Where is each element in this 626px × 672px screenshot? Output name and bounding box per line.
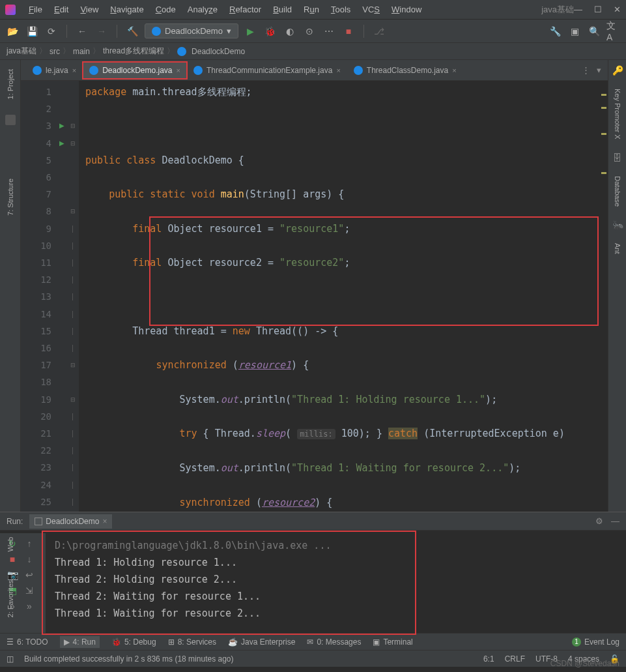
chevron-down-icon[interactable]: ▾: [597, 65, 601, 75]
wrap-icon[interactable]: ↩: [23, 569, 35, 581]
close-button[interactable]: ✕: [614, 5, 621, 14]
profile-button[interactable]: ⊙: [302, 24, 317, 38]
run-label: Run:: [7, 517, 23, 526]
line-separator[interactable]: CRLF: [505, 654, 525, 664]
breadcrumb-item[interactable]: main: [73, 47, 90, 56]
project-tool-button[interactable]: 1: Project: [7, 65, 14, 103]
menu-navigate[interactable]: Navigate: [105, 3, 149, 16]
ant-button[interactable]: Ant: [614, 239, 621, 258]
dropdown-icon[interactable]: ⋮: [582, 65, 590, 75]
database-icon[interactable]: 🗄: [612, 153, 623, 163]
up-icon[interactable]: ↑: [23, 538, 35, 549]
java-enterprise-button[interactable]: ☕ Java Enterprise: [228, 637, 295, 647]
tab-label: ThreadCommunicationExample.java: [206, 66, 332, 75]
menu-code[interactable]: Code: [150, 3, 181, 16]
todo-button[interactable]: ☰ 6: TODO: [7, 637, 48, 647]
run-config-selector[interactable]: DeadlockDemo ▾: [145, 23, 238, 38]
key-icon[interactable]: 🔑: [612, 65, 623, 76]
wrench-icon[interactable]: 🔧: [548, 24, 562, 38]
stop-button[interactable]: ■: [341, 24, 356, 38]
maximize-button[interactable]: ☐: [594, 5, 602, 14]
run-side-toolbar: Web ↻↑ ■↓ 📷↩ ⬒⇲ »» 2: Favorites: [0, 533, 46, 633]
java-icon: [177, 47, 186, 56]
chevron-down-icon: ▾: [227, 26, 231, 36]
run-panel-header: Run: DeadlockDemo × ⚙ —: [0, 512, 626, 531]
app-logo-icon: [5, 5, 16, 15]
save-button[interactable]: 💾: [25, 24, 39, 38]
tool-window-bar: ☰ 6: TODO ▶ 4: Run 🐞 5: Debug ⊞ 8: Servi…: [0, 633, 626, 650]
open-button[interactable]: 📂: [5, 24, 20, 38]
run-button[interactable]: ▶ 4: Run: [60, 636, 100, 648]
database-button[interactable]: Database: [614, 172, 621, 211]
window-icon[interactable]: ◫: [7, 654, 14, 664]
caret-position[interactable]: 6:1: [483, 654, 494, 664]
translate-icon[interactable]: 文A: [606, 24, 621, 38]
editor-tab-active[interactable]: DeadlockDemo.java ×: [83, 62, 187, 79]
structure-tool-button[interactable]: 7: Structure: [7, 175, 14, 220]
menu-run[interactable]: Run: [298, 3, 324, 16]
build-button[interactable]: 🔨: [125, 24, 139, 38]
close-icon[interactable]: ×: [102, 517, 107, 526]
minimize-button[interactable]: —: [574, 5, 582, 14]
java-icon: [354, 66, 363, 75]
java-icon: [89, 66, 98, 75]
key-promoter-button[interactable]: Key Promoter X: [614, 85, 621, 143]
menu-build[interactable]: Build: [268, 3, 297, 16]
folder-icon[interactable]: ▣: [567, 24, 582, 38]
menu-tools[interactable]: Tools: [326, 3, 356, 16]
menu-vcs[interactable]: VCS: [357, 3, 385, 16]
vcs-button[interactable]: ⎇: [372, 24, 386, 38]
more-icon[interactable]: »: [23, 600, 35, 612]
ant-icon[interactable]: 🐜: [612, 220, 623, 230]
gear-icon[interactable]: ⚙: [595, 516, 603, 526]
scroll-marker-strip[interactable]: [600, 81, 608, 512]
run-output[interactable]: D:\programinglanguage\jdk1.8.0\bin\java.…: [46, 533, 626, 633]
breadcrumb-item[interactable]: thread多线程编程: [103, 46, 164, 57]
editor-tab[interactable]: ThreadCommunicationExample.java ×: [187, 62, 347, 79]
services-button[interactable]: ⊞ 8: Services: [168, 637, 216, 647]
menu-window[interactable]: Window: [386, 3, 427, 16]
close-icon[interactable]: ×: [336, 66, 340, 74]
attach-button[interactable]: ⋯: [322, 24, 336, 38]
forward-button[interactable]: →: [94, 24, 109, 38]
status-bar: ◫ Build completed successfully in 2 s 83…: [0, 650, 626, 667]
event-log-button[interactable]: 1 Event Log: [572, 637, 619, 647]
run-button[interactable]: ▶: [244, 24, 258, 38]
java-icon: [33, 66, 42, 75]
menu-view[interactable]: View: [75, 3, 104, 16]
minimize-icon[interactable]: —: [611, 516, 619, 526]
search-icon[interactable]: 🔍: [587, 24, 601, 38]
tab-label: DeadlockDemo.java: [102, 66, 172, 75]
close-icon[interactable]: ×: [452, 66, 456, 74]
coverage-button[interactable]: ◐: [283, 24, 297, 38]
output-line: Thread 2: Waiting for resource 1...: [55, 588, 617, 605]
run-tab[interactable]: DeadlockDemo ×: [29, 514, 112, 529]
tab-label: le.java: [46, 66, 68, 75]
menu-refactor[interactable]: Refactor: [224, 3, 266, 16]
code-content[interactable]: package main.thread多线程编程; public class D…: [79, 81, 608, 512]
back-button[interactable]: ←: [75, 24, 89, 38]
debug-button[interactable]: 🐞: [263, 24, 277, 38]
export-icon[interactable]: ⇲: [23, 585, 35, 596]
down-icon[interactable]: ↓: [23, 553, 35, 565]
breadcrumb-item[interactable]: java基础: [7, 46, 36, 57]
output-line: Thread 2: Holding resource 2...: [55, 571, 617, 588]
breadcrumb-item[interactable]: DeadlockDemo: [192, 47, 245, 56]
menu-analyze[interactable]: Analyze: [182, 3, 223, 16]
terminal-button[interactable]: ▣ Terminal: [373, 637, 412, 647]
messages-button[interactable]: ✉ 0: Messages: [307, 637, 361, 647]
editor-tab[interactable]: ThreadClassDemo.java ×: [347, 62, 463, 79]
close-icon[interactable]: ×: [177, 66, 180, 74]
bottom-bars: ☰ 6: TODO ▶ 4: Run 🐞 5: Debug ⊞ 8: Servi…: [0, 633, 626, 667]
left-tool-strip: 1: Project 7: Structure: [0, 60, 21, 512]
close-icon[interactable]: ×: [72, 66, 76, 74]
reload-button[interactable]: ⟳: [44, 24, 59, 38]
code-editor[interactable]: 1234567891011121314151617181920212223242…: [21, 81, 608, 512]
debug-button[interactable]: 🐞 5: Debug: [111, 637, 156, 647]
menu-file[interactable]: File: [23, 3, 48, 16]
breadcrumb-item[interactable]: src: [50, 47, 60, 56]
menu-edit[interactable]: Edit: [49, 3, 74, 16]
folder-icon[interactable]: [5, 115, 16, 125]
stop-button[interactable]: ■: [7, 553, 18, 565]
editor-tab[interactable]: le.java ×: [26, 62, 83, 79]
